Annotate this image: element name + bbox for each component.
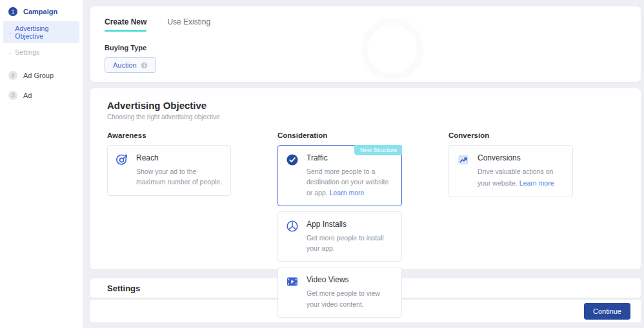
objective-title: App Installs [307,220,394,229]
video-views-icon [286,275,299,288]
step-number-badge: 1 [8,7,17,16]
objective-card-app-installs[interactable]: App Installs Get more people to install … [277,211,402,262]
step-label: Ad Group [23,72,54,79]
info-icon [141,62,148,69]
step-number-badge: 3 [8,91,17,100]
create-mode-tabs: Create New Use Existing [105,17,627,32]
advertising-objective-card: Advertising Objective Choosing the right… [90,88,641,269]
active-tab-underline [105,30,146,32]
tab-label: Create New [105,17,146,26]
objective-card-reach[interactable]: Reach Show your ad to the maximum number… [107,145,231,196]
reach-target-icon [116,153,128,166]
check-circle-icon [286,153,299,166]
objective-title: Video Views [307,275,394,284]
sub-item-label: Settings [15,48,39,56]
sidebar-item-advertising-objective[interactable]: Advertising Objective [3,21,79,43]
learn-more-link[interactable]: Learn more [330,189,365,197]
objective-title: Reach [136,153,223,162]
section-subtitle: Choosing the right advertising objective [107,113,624,121]
campaign-creation-page: 1 Campaign Advertising Objective Setting… [0,0,644,328]
tab-label: Use Existing [167,17,210,26]
step-label: Campaign [23,8,57,15]
objective-title: Conversions [478,153,565,162]
app-install-icon [286,220,299,233]
create-mode-card: Create New Use Existing Buying Type Auct… [90,6,641,82]
continue-button[interactable]: Continue [584,303,630,320]
step-label: Ad [23,92,32,99]
column-header: Conversion [448,131,573,139]
buying-type-auction-chip[interactable]: Auction [105,57,156,73]
sidebar-step-ad-group[interactable]: 2 Ad Group [0,68,83,83]
step-number-badge: 2 [8,71,17,80]
buying-type-value: Auction [113,61,137,69]
objective-description: Get more people to install your app. [307,233,394,254]
objective-description: Show your ad to the maximum number of pe… [136,166,223,188]
objective-card-traffic[interactable]: New Structure Traffic Send more people t… [277,145,402,206]
column-header: Awareness [107,131,231,139]
conversions-chart-icon [457,153,470,166]
learn-more-link[interactable]: Learn more [519,178,554,188]
sidebar-step-ad[interactable]: 3 Ad [0,88,83,103]
column-header: Consideration [277,131,402,139]
watermark-circle [361,18,423,80]
sidebar-item-settings[interactable]: Settings [3,45,79,59]
tab-use-existing[interactable]: Use Existing [167,17,210,32]
objective-card-video-views[interactable]: Video Views Get more people to view your… [277,267,402,318]
objective-description: Get more people to view your video conte… [307,288,394,309]
section-title: Advertising Objective [107,100,624,111]
tab-create-new[interactable]: Create New [105,17,146,32]
sidebar-step-campaign[interactable]: 1 Campaign [0,4,83,19]
column-consideration: Consideration New Structure Traffic [277,131,402,318]
main-content: Create New Use Existing Buying Type Auct… [83,0,644,328]
new-structure-badge: New Structure [354,145,402,155]
sub-item-label: Advertising Objective [15,24,77,40]
objective-card-conversions[interactable]: Conversions Drive valuable actions on yo… [448,145,573,197]
steps-sidebar: 1 Campaign Advertising Objective Setting… [0,0,83,328]
